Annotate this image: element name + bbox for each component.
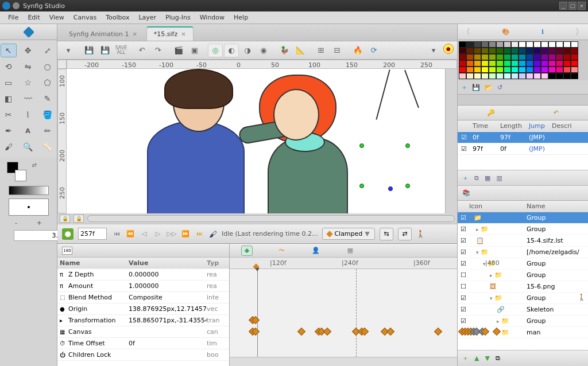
seek-begin-icon[interactable]: ⏮: [111, 230, 122, 237]
color-swatch[interactable]: [571, 60, 578, 67]
color-swatch[interactable]: [548, 41, 556, 48]
menu-layer[interactable]: Layer: [134, 13, 161, 22]
layers-tab-icon[interactable]: 📚: [462, 189, 470, 197]
close-icon[interactable]: ✕: [132, 31, 137, 37]
color-swatch[interactable]: [496, 41, 504, 48]
seek-next-kf-icon[interactable]: ⏩: [180, 230, 191, 237]
color-swatch[interactable]: [548, 54, 556, 60]
ungroup-icon[interactable]: ▥: [496, 174, 502, 182]
color-swatch[interactable]: [571, 48, 578, 54]
layer-row[interactable]: ☑▾ 📁Group: [458, 258, 588, 270]
tool-eyedrop[interactable]: ✒: [1, 124, 17, 138]
color-swatch[interactable]: [541, 73, 548, 79]
color-swatch[interactable]: [481, 73, 489, 79]
undo-icon[interactable]: ↶: [134, 44, 149, 57]
seek-next-frame-icon[interactable]: ▷▷: [167, 230, 177, 237]
menu-file[interactable]: File: [3, 13, 23, 22]
tool-text[interactable]: A: [20, 124, 36, 138]
color-swatch[interactable]: [496, 60, 504, 67]
color-swatch[interactable]: [489, 54, 496, 60]
maximize-button[interactable]: □: [568, 2, 577, 10]
keyframe-diamond[interactable]: [297, 328, 305, 336]
close-icon[interactable]: ✕: [181, 31, 185, 37]
save-icon[interactable]: 💾: [82, 44, 96, 57]
color-swatch[interactable]: [511, 54, 519, 60]
color-swatch[interactable]: [563, 60, 571, 67]
size-plus[interactable]: +: [37, 219, 42, 227]
color-swatch[interactable]: [496, 54, 504, 60]
color-swatch[interactable]: [519, 48, 526, 54]
layer-row[interactable]: ☑▾ 📁Group: [458, 212, 588, 224]
toolbox-tab-icon[interactable]: [23, 26, 34, 38]
color-swatch[interactable]: [459, 60, 466, 67]
layer-down-icon[interactable]: ▼: [485, 355, 489, 362]
tool-draw[interactable]: ✎: [40, 92, 56, 106]
close-doc-icon[interactable]: ●: [443, 44, 454, 54]
color-swatch[interactable]: [504, 48, 511, 54]
layer-row[interactable]: ☑▸ 📁Group: [458, 224, 588, 235]
tool-mirror[interactable]: ⇋: [20, 60, 36, 73]
color-swatch[interactable]: [459, 54, 466, 60]
param-row[interactable]: πAmount1.000000rea: [57, 281, 229, 292]
tool-zoom[interactable]: 🔍: [20, 140, 36, 154]
save-palette-icon[interactable]: 💾: [472, 84, 480, 91]
play-icon[interactable]: ▷: [153, 230, 163, 237]
tool-polygon[interactable]: ⬠: [40, 76, 56, 89]
params-tab-icon[interactable]: 180: [62, 247, 72, 255]
keyframe-lock-icon[interactable]: ⇆: [380, 228, 393, 240]
color-swatch[interactable]: [541, 67, 548, 73]
color-swatch[interactable]: [526, 60, 533, 67]
color-swatch[interactable]: [533, 41, 541, 48]
menu-help[interactable]: Help: [229, 13, 253, 22]
color-swatch[interactable]: [466, 67, 474, 73]
onion-prev-icon[interactable]: ◐: [224, 44, 239, 57]
color-swatch[interactable]: [533, 60, 541, 67]
seek-prev-frame-icon[interactable]: ◁: [139, 230, 149, 237]
tool-gradient[interactable]: ◧: [1, 92, 17, 106]
color-swatch[interactable]: [481, 67, 489, 73]
color-swatch[interactable]: [511, 48, 519, 54]
timeline-scrollbar[interactable]: [230, 357, 457, 366]
sets-tab-icon[interactable]: ▦: [345, 246, 356, 256]
keyframe-diamond[interactable]: [323, 328, 331, 336]
default-palette-icon[interactable]: ↺: [497, 84, 502, 91]
time-cursor[interactable]: [257, 269, 258, 357]
color-swatch[interactable]: [474, 48, 481, 54]
menu-view[interactable]: View: [45, 13, 69, 22]
param-row[interactable]: ▦Canvascan: [57, 326, 229, 338]
palette-tab-icon[interactable]: 🎨: [502, 28, 510, 36]
timeline-ruler[interactable]: |120f |240f |360f |480: [230, 258, 457, 269]
duck-icon[interactable]: 🦆: [277, 44, 292, 57]
group-icon[interactable]: ▦: [485, 174, 490, 182]
color-swatches[interactable]: ⇄: [7, 162, 30, 182]
tab-15sifz[interactable]: *15.sifz✕: [146, 26, 194, 41]
color-swatch[interactable]: [563, 54, 571, 60]
color-swatch[interactable]: [519, 41, 526, 48]
color-swatch[interactable]: [459, 67, 466, 73]
lock-scroll2-icon[interactable]: 🔒: [74, 215, 84, 223]
color-swatch[interactable]: [556, 54, 563, 60]
onion-next-icon[interactable]: ◑: [240, 44, 255, 57]
time-input[interactable]: [78, 228, 107, 240]
color-swatch[interactable]: [519, 67, 526, 73]
color-swatch[interactable]: [496, 73, 504, 79]
color-swatch[interactable]: [519, 60, 526, 67]
keyframe-row[interactable]: ☑ 0f 97f (JMP): [458, 132, 588, 143]
tool-bone[interactable]: 🦴: [40, 140, 56, 154]
layer-up-icon[interactable]: ▲: [474, 355, 479, 362]
color-swatch[interactable]: [489, 41, 496, 48]
background-color[interactable]: [15, 170, 26, 181]
swap-colors-icon[interactable]: ⇄: [32, 162, 37, 168]
menu-edit[interactable]: Edit: [23, 13, 44, 22]
tool-sketch[interactable]: ✏: [40, 124, 56, 138]
color-swatch[interactable]: [474, 60, 481, 67]
onion-icon[interactable]: ◎: [208, 44, 223, 57]
transform-handle[interactable]: [405, 184, 410, 188]
color-swatch[interactable]: [496, 48, 504, 54]
info-icon[interactable]: ℹ: [541, 28, 544, 36]
curves-tab-icon[interactable]: 〜: [276, 246, 287, 256]
color-swatch[interactable]: [466, 54, 474, 60]
color-swatch[interactable]: [526, 41, 533, 48]
layer-row[interactable]: ☐ 🖼15-6.png: [458, 281, 588, 293]
color-swatch[interactable]: [474, 73, 481, 79]
